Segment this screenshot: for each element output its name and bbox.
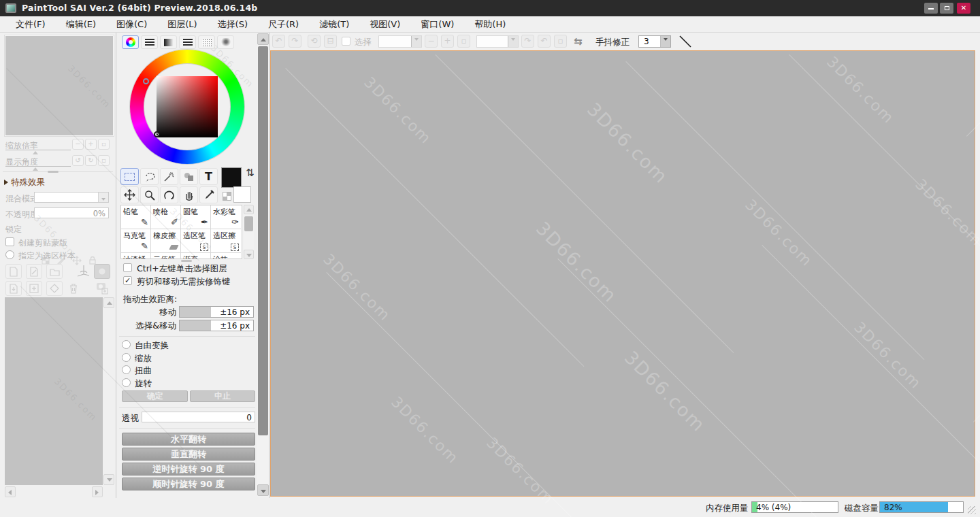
minimize-button[interactable] bbox=[924, 3, 938, 14]
brush-selection-pen[interactable]: 选区笔S bbox=[181, 229, 211, 253]
brush-pencil[interactable]: 铅笔✎ bbox=[121, 205, 151, 229]
layers-scroll-right-button[interactable] bbox=[92, 486, 103, 497]
stabilizer-select[interactable]: 3 bbox=[638, 35, 671, 48]
move-slider[interactable]: ±16 px bbox=[179, 306, 254, 318]
swap-tool-icon[interactable]: ⇆ bbox=[574, 35, 583, 48]
menu-image[interactable]: 图像(C) bbox=[106, 16, 157, 32]
angle-slider-handle[interactable] bbox=[33, 167, 38, 171]
brush-binary-pen[interactable]: 二值笔 bbox=[151, 253, 181, 259]
option-button-2[interactable]: ↶ bbox=[538, 35, 551, 48]
navigator-preview[interactable] bbox=[5, 35, 114, 136]
brush-scrollbar-thumb[interactable] bbox=[244, 216, 253, 231]
delete-layer-button[interactable] bbox=[65, 281, 82, 296]
new-folder-button[interactable] bbox=[46, 264, 63, 279]
brush-marker[interactable]: 马克笔✎ bbox=[121, 229, 151, 253]
new-lineart-layer-button[interactable] bbox=[26, 264, 42, 279]
close-button[interactable]: ✕ bbox=[957, 3, 970, 14]
redo-button[interactable]: ↷ bbox=[289, 35, 301, 48]
size-increase-button[interactable]: + bbox=[441, 35, 454, 48]
brush-blur[interactable]: 涂抹 bbox=[211, 253, 241, 259]
special-effects-header[interactable]: 特殊效果 bbox=[4, 177, 45, 188]
menu-select[interactable]: 选择(S) bbox=[208, 16, 258, 32]
menu-window[interactable]: 窗口(W) bbox=[410, 16, 464, 32]
tab-swatches[interactable] bbox=[198, 35, 215, 49]
layers-scroll-down-button[interactable] bbox=[103, 474, 114, 485]
tool-rotate-view[interactable] bbox=[160, 186, 178, 203]
flip-vertical-button[interactable]: 垂直翻转 bbox=[122, 448, 255, 461]
rotate-ccw-90-button[interactable]: 逆时针旋转 90 度 bbox=[122, 463, 255, 476]
angle-reset-button[interactable]: ▫ bbox=[98, 155, 110, 166]
panel-scroll-down-button[interactable] bbox=[257, 484, 269, 496]
tab-scratchpad[interactable] bbox=[217, 35, 234, 49]
line-tool-icon[interactable] bbox=[678, 35, 693, 48]
dropdown-arrow-icon[interactable] bbox=[660, 36, 670, 47]
zoom-reset-button[interactable]: ▫ bbox=[98, 139, 110, 150]
deselect-button[interactable]: ⟲ bbox=[308, 35, 321, 48]
opacity-input[interactable]: 0% bbox=[34, 207, 109, 218]
panel-scroll-up-button[interactable] bbox=[257, 33, 269, 45]
rotate-cw-90-button[interactable]: 顺时针旋转 90 度 bbox=[122, 478, 255, 490]
zoom-in-button[interactable]: + bbox=[85, 139, 97, 150]
tool-eyedropper[interactable] bbox=[199, 186, 218, 203]
layers-scroll-up-button[interactable] bbox=[103, 297, 114, 308]
brush-gradient[interactable]: 渐变 bbox=[181, 253, 211, 259]
layers-scroll-left-button[interactable] bbox=[5, 486, 16, 497]
ok-button[interactable]: 确定 bbox=[122, 390, 188, 402]
invert-selection-button[interactable]: ⊟ bbox=[324, 35, 337, 48]
saturation-marker[interactable] bbox=[154, 131, 160, 137]
maximize-button[interactable] bbox=[940, 3, 953, 14]
tool-move[interactable] bbox=[120, 186, 139, 203]
selection-mode-select[interactable] bbox=[378, 35, 422, 48]
select-move-slider[interactable]: ±16 px bbox=[179, 320, 254, 331]
merge-down-button[interactable] bbox=[26, 281, 42, 296]
blend-mode-select[interactable] bbox=[34, 192, 109, 203]
primary-color-swatch[interactable] bbox=[221, 167, 242, 188]
tool-shape-select[interactable] bbox=[180, 168, 198, 185]
tool-magic-wand[interactable] bbox=[160, 168, 178, 185]
section-grip[interactable] bbox=[181, 260, 192, 262]
selection-checkbox[interactable] bbox=[342, 37, 350, 46]
rotate-cw-button[interactable]: ↻ bbox=[85, 155, 97, 166]
clip-move-checkbox[interactable]: ✓ bbox=[123, 276, 132, 285]
selection-sample-radio[interactable] bbox=[5, 250, 14, 259]
zoom-slider-handle[interactable] bbox=[33, 151, 38, 154]
scale-radio[interactable] bbox=[122, 353, 131, 362]
rotate-radio[interactable] bbox=[122, 378, 131, 387]
brush-watercolor[interactable]: 水彩笔✑ bbox=[211, 205, 241, 229]
layers-list[interactable] bbox=[5, 297, 103, 485]
ctrl-select-layer-checkbox[interactable] bbox=[123, 263, 132, 272]
dropdown-arrow-icon[interactable] bbox=[411, 36, 421, 47]
brush-selection-eraser[interactable]: 选区擦S bbox=[211, 229, 241, 253]
brush-size-select[interactable] bbox=[476, 35, 519, 48]
transparent-color-icon[interactable] bbox=[223, 192, 231, 201]
menu-ruler[interactable]: 尺子(R) bbox=[258, 16, 309, 32]
brush-eraser[interactable]: 橡皮擦 bbox=[151, 229, 181, 253]
clipping-mask-checkbox[interactable] bbox=[5, 237, 14, 246]
rotate-ccw-button[interactable]: ↺ bbox=[72, 155, 84, 166]
tab-hsv-slider[interactable] bbox=[160, 35, 177, 49]
zoom-ratio-slider[interactable] bbox=[5, 150, 71, 150]
new-layer-button[interactable] bbox=[5, 264, 22, 279]
flip-horizontal-button[interactable]: 水平翻转 bbox=[122, 433, 255, 446]
brush-scroll-up-button[interactable] bbox=[244, 205, 254, 214]
option-button-1[interactable]: ↷ bbox=[521, 35, 534, 48]
perspective-ruler-icon[interactable] bbox=[76, 264, 91, 278]
brush-bucket[interactable]: 油漆桶 bbox=[121, 253, 151, 259]
perspective-input[interactable]: 0 bbox=[142, 412, 255, 422]
menu-view[interactable]: 视图(V) bbox=[359, 16, 410, 32]
size-reset-button[interactable]: ▫ bbox=[457, 35, 470, 48]
swap-colors-icon[interactable]: ⇅ bbox=[246, 167, 255, 179]
abort-button[interactable]: 中止 bbox=[190, 390, 255, 402]
distort-radio[interactable] bbox=[122, 365, 131, 374]
tool-lasso[interactable] bbox=[140, 168, 159, 185]
tool-hand[interactable] bbox=[180, 186, 198, 203]
resize-grip[interactable] bbox=[968, 506, 976, 514]
tab-rgb-slider[interactable] bbox=[141, 35, 158, 49]
menu-file[interactable]: 文件(F) bbox=[5, 16, 56, 32]
add-mask-button[interactable] bbox=[94, 281, 110, 296]
option-button-3[interactable]: ▫ bbox=[554, 35, 567, 48]
panel-scrollbar-thumb[interactable] bbox=[258, 46, 268, 435]
canvas-area[interactable] bbox=[270, 50, 975, 497]
size-decrease-button[interactable]: − bbox=[425, 35, 438, 48]
tab-color-wheel[interactable] bbox=[122, 35, 139, 49]
